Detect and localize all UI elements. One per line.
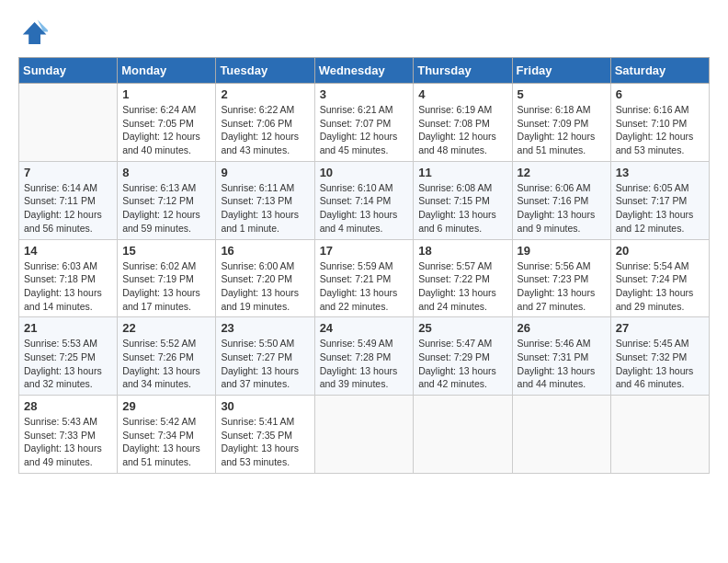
day-info: Sunrise: 5:46 AMSunset: 7:31 PMDaylight:… (518, 337, 606, 391)
day-info: Sunrise: 5:50 AMSunset: 7:27 PMDaylight:… (221, 337, 309, 391)
day-number: 27 (616, 321, 704, 335)
day-number: 11 (418, 166, 506, 179)
day-number: 9 (221, 166, 309, 179)
calendar-cell (314, 396, 414, 474)
column-header-thursday: Thursday (414, 58, 512, 84)
week-row: 1Sunrise: 6:24 AMSunset: 7:05 PMDaylight… (19, 84, 710, 162)
day-number: 30 (221, 399, 309, 413)
day-number: 4 (418, 87, 506, 101)
calendar-cell: 4Sunrise: 6:19 AMSunset: 7:08 PMDaylight… (414, 84, 512, 162)
day-info: Sunrise: 5:56 AMSunset: 7:23 PMDaylight:… (518, 259, 606, 314)
calendar-cell: 5Sunrise: 6:18 AMSunset: 7:09 PMDaylight… (512, 84, 610, 162)
day-info: Sunrise: 6:19 AMSunset: 7:08 PMDaylight:… (418, 103, 506, 157)
day-info: Sunrise: 6:02 AMSunset: 7:19 PMDaylight:… (122, 259, 210, 314)
day-info: Sunrise: 6:16 AMSunset: 7:10 PMDaylight:… (616, 103, 704, 157)
day-info: Sunrise: 5:43 AMSunset: 7:33 PMDaylight:… (24, 415, 112, 469)
day-number: 10 (320, 166, 409, 179)
column-header-wednesday: Wednesday (314, 58, 414, 84)
column-header-sunday: Sunday (19, 58, 118, 84)
calendar-cell: 6Sunrise: 6:16 AMSunset: 7:10 PMDaylight… (610, 84, 709, 162)
day-number: 19 (518, 244, 606, 258)
calendar-cell: 19Sunrise: 5:56 AMSunset: 7:23 PMDayligh… (512, 239, 610, 317)
calendar-cell: 11Sunrise: 6:08 AMSunset: 7:15 PMDayligh… (414, 161, 512, 239)
day-number: 2 (221, 87, 309, 101)
week-row: 14Sunrise: 6:03 AMSunset: 7:18 PMDayligh… (19, 239, 710, 317)
calendar-cell (19, 84, 118, 162)
day-number: 18 (418, 244, 506, 258)
day-number: 15 (122, 244, 210, 258)
day-info: Sunrise: 5:45 AMSunset: 7:32 PMDaylight:… (616, 337, 704, 391)
calendar-cell: 17Sunrise: 5:59 AMSunset: 7:21 PMDayligh… (314, 239, 414, 317)
calendar-cell: 26Sunrise: 5:46 AMSunset: 7:31 PMDayligh… (512, 317, 610, 396)
column-header-monday: Monday (118, 58, 216, 84)
day-info: Sunrise: 5:57 AMSunset: 7:22 PMDaylight:… (418, 259, 506, 314)
calendar-header: SundayMondayTuesdayWednesdayThursdayFrid… (19, 58, 710, 84)
calendar-cell: 29Sunrise: 5:42 AMSunset: 7:34 PMDayligh… (118, 396, 216, 474)
day-info: Sunrise: 6:14 AMSunset: 7:11 PMDaylight:… (24, 181, 112, 236)
calendar-cell: 21Sunrise: 5:53 AMSunset: 7:25 PMDayligh… (19, 317, 118, 396)
day-number: 29 (122, 399, 210, 413)
day-info: Sunrise: 5:54 AMSunset: 7:24 PMDaylight:… (616, 259, 704, 314)
day-info: Sunrise: 5:59 AMSunset: 7:21 PMDaylight:… (320, 259, 409, 314)
day-number: 28 (24, 399, 112, 413)
calendar-cell: 24Sunrise: 5:49 AMSunset: 7:28 PMDayligh… (314, 317, 414, 396)
page-header (18, 18, 710, 48)
day-number: 13 (616, 166, 704, 179)
week-row: 28Sunrise: 5:43 AMSunset: 7:33 PMDayligh… (19, 396, 710, 474)
day-info: Sunrise: 6:10 AMSunset: 7:14 PMDaylight:… (320, 181, 409, 236)
day-info: Sunrise: 6:22 AMSunset: 7:06 PMDaylight:… (221, 103, 309, 157)
day-info: Sunrise: 6:06 AMSunset: 7:16 PMDaylight:… (518, 181, 606, 236)
column-header-tuesday: Tuesday (216, 58, 314, 84)
calendar-cell: 25Sunrise: 5:47 AMSunset: 7:29 PMDayligh… (414, 317, 512, 396)
day-number: 14 (24, 244, 112, 258)
column-header-saturday: Saturday (610, 58, 709, 84)
day-number: 12 (518, 166, 606, 179)
calendar-cell: 14Sunrise: 6:03 AMSunset: 7:18 PMDayligh… (19, 239, 118, 317)
logo-icon (18, 18, 48, 48)
calendar-cell: 13Sunrise: 6:05 AMSunset: 7:17 PMDayligh… (610, 161, 709, 239)
day-info: Sunrise: 5:52 AMSunset: 7:26 PMDaylight:… (122, 337, 210, 391)
calendar-body: 1Sunrise: 6:24 AMSunset: 7:05 PMDaylight… (19, 84, 710, 474)
day-info: Sunrise: 5:47 AMSunset: 7:29 PMDaylight:… (418, 337, 506, 391)
day-number: 25 (418, 321, 506, 335)
calendar-cell: 15Sunrise: 6:02 AMSunset: 7:19 PMDayligh… (118, 239, 216, 317)
week-row: 21Sunrise: 5:53 AMSunset: 7:25 PMDayligh… (19, 317, 710, 396)
day-info: Sunrise: 5:42 AMSunset: 7:34 PMDaylight:… (122, 415, 210, 469)
calendar-cell: 8Sunrise: 6:13 AMSunset: 7:12 PMDaylight… (118, 161, 216, 239)
day-number: 16 (221, 244, 309, 258)
calendar-cell: 12Sunrise: 6:06 AMSunset: 7:16 PMDayligh… (512, 161, 610, 239)
column-header-friday: Friday (512, 58, 610, 84)
day-number: 7 (24, 166, 112, 179)
calendar-cell (610, 396, 709, 474)
calendar-cell: 28Sunrise: 5:43 AMSunset: 7:33 PMDayligh… (19, 396, 118, 474)
day-number: 5 (518, 87, 606, 101)
calendar-cell: 18Sunrise: 5:57 AMSunset: 7:22 PMDayligh… (414, 239, 512, 317)
calendar-table: SundayMondayTuesdayWednesdayThursdayFrid… (18, 57, 710, 474)
day-info: Sunrise: 6:13 AMSunset: 7:12 PMDaylight:… (122, 181, 210, 236)
header-row: SundayMondayTuesdayWednesdayThursdayFrid… (19, 58, 710, 84)
calendar-cell: 1Sunrise: 6:24 AMSunset: 7:05 PMDaylight… (118, 84, 216, 162)
calendar-cell: 20Sunrise: 5:54 AMSunset: 7:24 PMDayligh… (610, 239, 709, 317)
day-number: 1 (122, 87, 210, 101)
logo (18, 18, 51, 48)
day-info: Sunrise: 6:11 AMSunset: 7:13 PMDaylight:… (221, 181, 309, 236)
day-info: Sunrise: 6:24 AMSunset: 7:05 PMDaylight:… (122, 103, 210, 157)
day-info: Sunrise: 5:53 AMSunset: 7:25 PMDaylight:… (24, 337, 112, 391)
calendar-cell: 16Sunrise: 6:00 AMSunset: 7:20 PMDayligh… (216, 239, 314, 317)
calendar-cell (512, 396, 610, 474)
calendar-cell (414, 396, 512, 474)
calendar-cell: 10Sunrise: 6:10 AMSunset: 7:14 PMDayligh… (314, 161, 414, 239)
day-number: 23 (221, 321, 309, 335)
day-info: Sunrise: 6:05 AMSunset: 7:17 PMDaylight:… (616, 181, 704, 236)
calendar-cell: 30Sunrise: 5:41 AMSunset: 7:35 PMDayligh… (216, 396, 314, 474)
calendar-cell: 3Sunrise: 6:21 AMSunset: 7:07 PMDaylight… (314, 84, 414, 162)
day-number: 24 (320, 321, 409, 335)
day-info: Sunrise: 6:18 AMSunset: 7:09 PMDaylight:… (518, 103, 606, 157)
calendar-cell: 9Sunrise: 6:11 AMSunset: 7:13 PMDaylight… (216, 161, 314, 239)
day-number: 17 (320, 244, 409, 258)
day-info: Sunrise: 6:21 AMSunset: 7:07 PMDaylight:… (320, 103, 409, 157)
week-row: 7Sunrise: 6:14 AMSunset: 7:11 PMDaylight… (19, 161, 710, 239)
day-number: 21 (24, 321, 112, 335)
day-info: Sunrise: 6:00 AMSunset: 7:20 PMDaylight:… (221, 259, 309, 314)
day-number: 26 (518, 321, 606, 335)
